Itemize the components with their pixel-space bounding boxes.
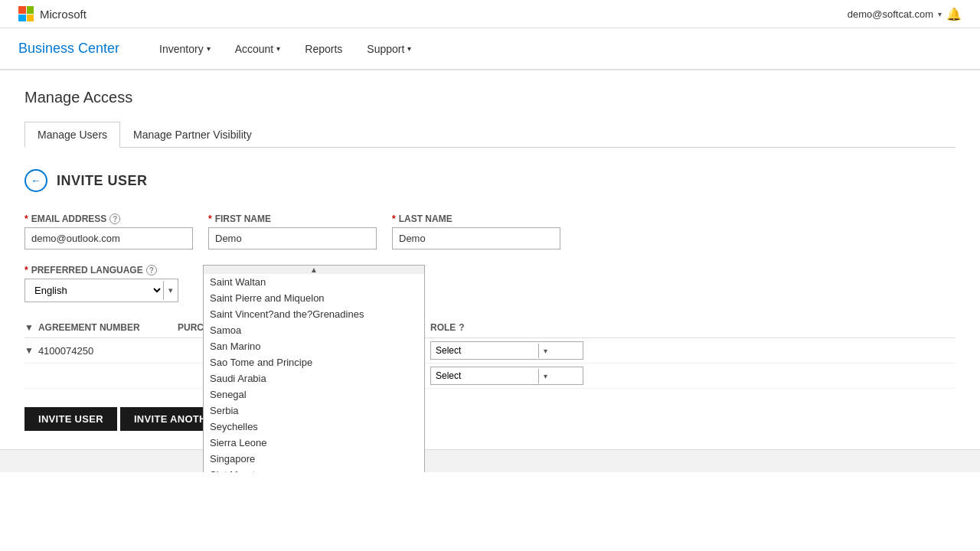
language-select-wrapper: English ▾ bbox=[24, 279, 178, 302]
nav-label-reports: Reports bbox=[305, 43, 342, 55]
first-name-input[interactable] bbox=[208, 227, 377, 249]
nav-brand[interactable]: Business Center bbox=[18, 28, 138, 69]
user-email: demo@softcat.com bbox=[848, 8, 933, 20]
role-select-arrow-1: ▾ bbox=[538, 344, 552, 358]
nav: Business Center Inventory ▾ Account ▾ Re… bbox=[0, 28, 980, 70]
inventory-chevron-icon: ▾ bbox=[207, 44, 211, 53]
agreement-number-value: 4100074250 bbox=[38, 345, 93, 357]
user-section: demo@softcat.com ▾ 🔔 bbox=[848, 7, 962, 21]
country-item[interactable]: Saint Waltan bbox=[204, 274, 424, 290]
country-item[interactable]: Singapore bbox=[204, 451, 424, 467]
first-name-label: * FIRST NAME bbox=[208, 214, 377, 224]
tab-manage-users[interactable]: Manage Users bbox=[24, 122, 120, 148]
last-name-group: * LAST NAME bbox=[392, 214, 560, 249]
nav-item-reports[interactable]: Reports bbox=[292, 29, 354, 69]
logo-section: Microsoft bbox=[18, 6, 87, 21]
agreement-section: ▼ AGREEMENT NUMBER PURCHASING NUMBER ROL… bbox=[24, 318, 956, 389]
col-header-role: ROLE ? bbox=[430, 322, 583, 333]
nav-item-support[interactable]: Support ▾ bbox=[354, 29, 423, 69]
last-name-required: * bbox=[392, 214, 396, 224]
role-info-icon[interactable]: ? bbox=[459, 322, 464, 333]
nav-item-account[interactable]: Account ▾ bbox=[223, 29, 293, 69]
invite-title: INVITE USER bbox=[57, 173, 148, 189]
country-item[interactable]: Sierra Leone bbox=[204, 435, 424, 451]
agreement-number-cell: ▼ 4100074250 bbox=[24, 345, 178, 357]
role-select-wrapper-1: Select ▾ bbox=[430, 341, 583, 360]
ms-logo-squares bbox=[18, 6, 34, 21]
user-chevron-icon[interactable]: ▾ bbox=[938, 10, 942, 18]
form-row-2: * PREFERRED LANGUAGE ? English ▾ * COUNT… bbox=[24, 265, 956, 302]
role-select-2[interactable]: Select bbox=[431, 367, 538, 384]
country-item[interactable]: San Marino bbox=[204, 338, 424, 354]
last-name-input[interactable] bbox=[392, 227, 560, 249]
agreement-sub-row-1: Select ▾ bbox=[24, 364, 956, 389]
page-content: Manage Access Manage Users Manage Partne… bbox=[0, 70, 980, 449]
email-required: * bbox=[24, 214, 28, 224]
agreement-header: ▼ AGREEMENT NUMBER PURCHASING NUMBER ROL… bbox=[24, 318, 956, 338]
nav-label-support: Support bbox=[367, 43, 404, 55]
col-header-agreement-number: ▼ AGREEMENT NUMBER bbox=[24, 322, 178, 333]
expand-icon[interactable]: ▼ bbox=[24, 322, 34, 333]
form-row-1: * EMAIL ADDRESS ? * FIRST NAME * LAST NA… bbox=[24, 214, 956, 249]
first-name-required: * bbox=[208, 214, 212, 224]
country-dropdown[interactable]: ▲ Saint WaltanSaint Pierre and MiquelonS… bbox=[203, 265, 425, 472]
role-select-1[interactable]: Select bbox=[431, 342, 538, 359]
language-arrow-icon: ▾ bbox=[163, 281, 178, 300]
language-group: * PREFERRED LANGUAGE ? English ▾ bbox=[24, 265, 178, 302]
role-select-arrow-2: ▾ bbox=[538, 369, 552, 383]
country-item[interactable]: Samoa bbox=[204, 322, 424, 338]
account-chevron-icon: ▾ bbox=[276, 44, 280, 53]
tabs: Manage Users Manage Partner Visibility bbox=[24, 122, 956, 148]
country-item[interactable]: Saint Pierre and Miquelon bbox=[204, 290, 424, 306]
top-bar: Microsoft demo@softcat.com ▾ 🔔 bbox=[0, 0, 980, 28]
country-item[interactable]: Seychelles bbox=[204, 419, 424, 435]
role-select-wrapper-2: Select ▾ bbox=[430, 367, 583, 385]
page-title: Manage Access bbox=[24, 89, 956, 106]
nav-label-account: Account bbox=[235, 43, 274, 55]
language-label: * PREFERRED LANGUAGE ? bbox=[24, 265, 178, 276]
country-list[interactable]: Saint WaltanSaint Pierre and MiquelonSai… bbox=[204, 274, 424, 472]
country-item[interactable]: Saint Vincent?and the?Grenadines bbox=[204, 306, 424, 322]
nav-item-inventory[interactable]: Inventory ▾ bbox=[147, 29, 223, 69]
row-expand-icon[interactable]: ▼ bbox=[24, 345, 34, 356]
last-name-label: * LAST NAME bbox=[392, 214, 560, 224]
back-button[interactable]: ← bbox=[24, 169, 47, 192]
ms-brand-label: Microsoft bbox=[40, 8, 87, 21]
agreement-row-1: ▼ 4100074250 TEST Select ▾ bbox=[24, 338, 956, 364]
first-name-group: * FIRST NAME bbox=[208, 214, 377, 249]
role-cell-1: Select ▾ bbox=[430, 341, 583, 360]
ms-logo: Microsoft bbox=[18, 6, 87, 21]
email-label: * EMAIL ADDRESS ? bbox=[24, 214, 193, 224]
support-chevron-icon: ▾ bbox=[407, 44, 411, 53]
language-info-icon[interactable]: ? bbox=[146, 265, 157, 276]
country-item[interactable]: Senegal bbox=[204, 386, 424, 403]
country-item[interactable]: Sao Tome and Principe bbox=[204, 354, 424, 370]
email-info-icon[interactable]: ? bbox=[109, 214, 120, 224]
action-buttons: INVITE USER INVITE ANOTHER USER CANCEL bbox=[24, 407, 956, 431]
country-group: * COUNTRY/REGION ▲ Saint WaltanSaint Pie… bbox=[203, 265, 293, 276]
country-item[interactable]: Sint Maarten bbox=[204, 467, 424, 472]
role-cell-2: Select ▾ bbox=[430, 367, 583, 385]
email-input[interactable] bbox=[24, 227, 193, 249]
back-arrow-icon: ← bbox=[31, 174, 41, 187]
footer-bar bbox=[0, 449, 980, 472]
email-group: * EMAIL ADDRESS ? bbox=[24, 214, 193, 249]
country-item[interactable]: Serbia bbox=[204, 403, 424, 419]
language-select[interactable]: English bbox=[25, 279, 163, 302]
invite-user-button[interactable]: INVITE USER bbox=[24, 407, 117, 431]
tab-partner-visibility[interactable]: Manage Partner Visibility bbox=[120, 122, 265, 148]
nav-label-inventory: Inventory bbox=[159, 43, 204, 55]
country-item[interactable]: Saudi Arabia bbox=[204, 370, 424, 386]
bell-icon[interactable]: 🔔 bbox=[946, 7, 962, 21]
invite-header: ← INVITE USER bbox=[24, 169, 956, 192]
country-scroll-up[interactable]: ▲ bbox=[204, 266, 424, 274]
